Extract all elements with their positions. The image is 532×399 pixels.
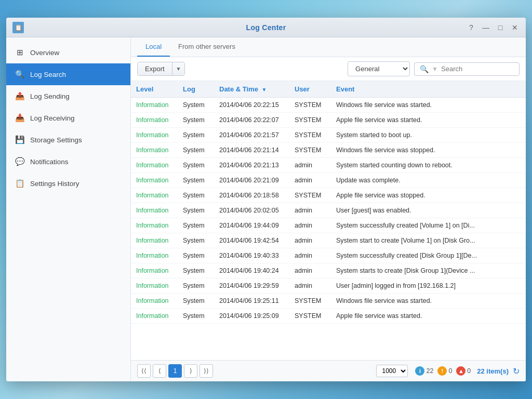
current-page-button[interactable]: 1	[168, 364, 182, 378]
col-header-event: Event	[331, 81, 526, 98]
cell-log: System	[178, 309, 214, 324]
cell-log: System	[178, 113, 214, 128]
cell-log: System	[178, 294, 214, 309]
log-receiving-icon: 📥	[15, 113, 25, 123]
cell-level: Information	[131, 128, 178, 143]
cell-event: Windows file service was started.	[331, 98, 526, 113]
cell-level: Information	[131, 143, 178, 158]
sidebar: ⊞ Overview 🔍 Log Search 📤 Log Sending 📥 …	[6, 37, 131, 381]
prev-page-button[interactable]: ⟨	[153, 364, 166, 378]
search-input[interactable]	[441, 65, 514, 73]
cell-datetime: 2014/04/06 20:22:15	[214, 98, 289, 113]
table-row[interactable]: InformationSystem2014/04/06 19:44:09admi…	[131, 218, 526, 233]
table-row[interactable]: InformationSystem2014/04/06 19:29:59admi…	[131, 278, 526, 294]
sidebar-item-log-search[interactable]: 🔍 Log Search	[6, 63, 130, 85]
cell-datetime: 2014/04/06 19:40:24	[214, 263, 289, 278]
cell-user: SYSTEM	[289, 188, 331, 203]
cell-datetime: 2014/04/06 19:25:09	[214, 309, 289, 324]
sidebar-label-storage-settings: Storage Settings	[30, 136, 82, 144]
cell-event: System started counting down to reboot.	[331, 158, 526, 173]
col-header-datetime[interactable]: Date & Time ▼	[214, 81, 289, 98]
cell-datetime: 2014/04/06 20:21:57	[214, 128, 289, 143]
sidebar-label-log-search: Log Search	[30, 71, 66, 78]
cell-datetime: 2014/04/06 20:21:14	[214, 143, 289, 158]
cell-datetime: 2014/04/06 20:21:09	[214, 173, 289, 188]
log-table-container: Level Log Date & Time ▼ User	[131, 81, 526, 360]
cell-log: System	[178, 143, 214, 158]
cell-level: Information	[131, 309, 178, 324]
table-row[interactable]: InformationSystem2014/04/06 19:40:24admi…	[131, 263, 526, 278]
cell-datetime: 2014/04/06 20:02:05	[214, 203, 289, 218]
sidebar-item-log-sending[interactable]: 📤 Log Sending	[6, 85, 130, 107]
next-page-button[interactable]: ⟩	[184, 364, 197, 378]
tab-from-other-servers[interactable]: From other servers	[170, 37, 244, 57]
sidebar-item-overview[interactable]: ⊞ Overview	[6, 42, 130, 63]
tab-local[interactable]: Local	[137, 37, 170, 57]
sidebar-item-log-receiving[interactable]: 📥 Log Receiving	[6, 107, 130, 129]
table-row[interactable]: InformationSystem2014/04/06 20:21:13admi…	[131, 158, 526, 173]
sidebar-item-notifications[interactable]: 💬 Notifications	[6, 151, 130, 172]
table-row[interactable]: InformationSystem2014/04/06 19:25:11SYST…	[131, 294, 526, 309]
minimize-button[interactable]: —	[480, 22, 491, 33]
cell-event: System successfully created [Volume 1] o…	[331, 218, 526, 233]
maximize-button[interactable]: □	[495, 22, 506, 33]
help-button[interactable]: ?	[466, 22, 477, 33]
log-table: Level Log Date & Time ▼ User	[131, 81, 526, 324]
table-row[interactable]: InformationSystem2014/04/06 19:42:54admi…	[131, 233, 526, 248]
per-page-select[interactable]: 1000 500 200 100	[376, 365, 408, 377]
col-header-log: Log	[178, 81, 214, 98]
filter-select[interactable]: General Connection File Transfer Account…	[348, 61, 410, 76]
cell-event: Windows file service was started.	[331, 294, 526, 309]
close-button[interactable]: ✕	[509, 22, 521, 33]
cell-user: SYSTEM	[289, 143, 331, 158]
refresh-button[interactable]: ↻	[513, 366, 520, 376]
table-row[interactable]: InformationSystem2014/04/06 19:40:33admi…	[131, 248, 526, 263]
cell-level: Information	[131, 173, 178, 188]
cell-log: System	[178, 233, 214, 248]
table-row[interactable]: InformationSystem2014/04/06 19:25:09SYST…	[131, 309, 526, 324]
export-button[interactable]: Export	[138, 62, 172, 75]
sidebar-item-storage-settings[interactable]: 💾 Storage Settings	[6, 129, 130, 151]
cell-log: System	[178, 203, 214, 218]
cell-log: System	[178, 158, 214, 173]
cell-event: Update was complete.	[331, 173, 526, 188]
error-stat: ▲ 0	[456, 366, 471, 376]
info-icon: i	[415, 366, 424, 376]
cell-level: Information	[131, 188, 178, 203]
last-page-button[interactable]: ⟩⟩	[200, 364, 213, 378]
table-row[interactable]: InformationSystem2014/04/06 20:22:15SYST…	[131, 98, 526, 113]
cell-user: SYSTEM	[289, 98, 331, 113]
cell-level: Information	[131, 263, 178, 278]
table-row[interactable]: InformationSystem2014/04/06 20:02:05admi…	[131, 203, 526, 218]
cell-user: admin	[289, 218, 331, 233]
cell-user: admin	[289, 263, 331, 278]
sidebar-label-log-sending: Log Sending	[30, 92, 70, 100]
cell-log: System	[178, 278, 214, 294]
cell-user: admin	[289, 248, 331, 263]
search-icon-btn[interactable]: 🔍	[420, 65, 429, 73]
cell-datetime: 2014/04/06 20:21:13	[214, 158, 289, 173]
cell-event: Apple file service was started.	[331, 113, 526, 128]
sidebar-label-log-receiving: Log Receiving	[30, 114, 75, 122]
table-row[interactable]: InformationSystem2014/04/06 20:21:57SYST…	[131, 128, 526, 143]
cell-user: admin	[289, 158, 331, 173]
table-row[interactable]: InformationSystem2014/04/06 20:21:14SYST…	[131, 143, 526, 158]
warn-stat: ! 0	[437, 366, 452, 376]
table-row[interactable]: InformationSystem2014/04/06 20:22:07SYST…	[131, 113, 526, 128]
cell-level: Information	[131, 113, 178, 128]
titlebar: 📋 Log Center ? — □ ✕	[6, 18, 526, 37]
log-stats: i 22 ! 0 ▲ 0	[415, 366, 471, 376]
sidebar-item-settings-history[interactable]: 📋 Settings History	[6, 172, 130, 194]
cell-user: admin	[289, 278, 331, 294]
cell-event: System start to create [Volume 1] on [Di…	[331, 233, 526, 248]
table-row[interactable]: InformationSystem2014/04/06 20:18:58SYST…	[131, 188, 526, 203]
export-dropdown-button[interactable]: ▼	[172, 62, 185, 75]
sidebar-label-notifications: Notifications	[30, 158, 69, 166]
sort-arrow-datetime: ▼	[262, 87, 267, 92]
tab-bar: Local From other servers	[131, 37, 526, 57]
first-page-button[interactable]: ⟨⟨	[137, 364, 151, 378]
pagination-bar: ⟨⟨ ⟨ 1 ⟩ ⟩⟩ 1000 500 200 100 i 22	[131, 360, 526, 381]
cell-event: User [admin] logged in from [192.168.1.2…	[331, 278, 526, 294]
table-row[interactable]: InformationSystem2014/04/06 20:21:09admi…	[131, 173, 526, 188]
storage-settings-icon: 💾	[15, 135, 25, 145]
